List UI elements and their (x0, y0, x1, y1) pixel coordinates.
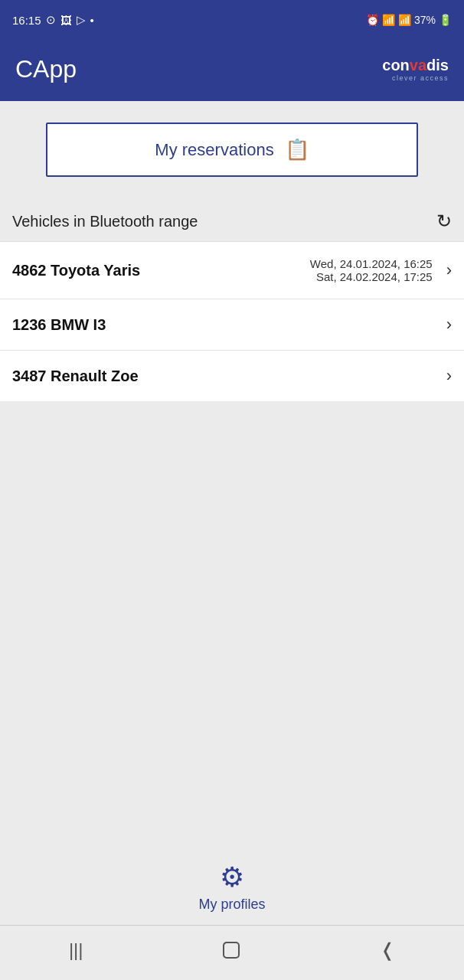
logo-va: va (410, 57, 426, 74)
app-bar: CApp convadis clever access (0, 40, 464, 101)
vehicle-dates: Wed, 24.01.2024, 16:25 Sat, 24.02.2024, … (310, 257, 433, 283)
chevron-right-icon: › (446, 260, 452, 280)
vehicle-item-left: 1236 BMW I3 (12, 316, 106, 334)
reservations-button[interactable]: My reservations 📋 (46, 122, 418, 177)
vehicle-date-to: Sat, 24.02.2024, 17:25 (316, 270, 433, 283)
reservations-label: My reservations (155, 140, 273, 160)
vehicle-item-right: Wed, 24.01.2024, 16:25 Sat, 24.02.2024, … (310, 257, 452, 283)
vehicle-item[interactable]: 1236 BMW I3 › (0, 299, 464, 351)
reservations-container: My reservations 📋 (0, 101, 464, 198)
image-icon: 🖼 (60, 14, 72, 27)
vehicles-header: Vehicles in Bluetooth range ↻ (0, 198, 464, 241)
logo-con: con (382, 57, 410, 74)
bottom-section: ⚙ My profiles ||| ❬ (0, 401, 464, 980)
chevron-right-icon: › (446, 366, 452, 386)
vehicle-item-left: 4862 Toyota Yaris (12, 262, 140, 279)
vehicle-item-right: › (446, 315, 452, 335)
sim-icon: ⊙ (46, 13, 56, 27)
my-profiles[interactable]: ⚙ My profiles (0, 849, 464, 925)
time-display: 16:15 (12, 14, 41, 27)
vehicle-name: 1236 BMW I3 (12, 316, 106, 334)
status-bar: 16:15 ⊙ 🖼 ▷ • ⏰ 📶 📶 37% 🔋 (0, 0, 464, 40)
logo-dis: dis (426, 57, 449, 74)
nav-bar: ||| ❬ (0, 925, 464, 980)
brand-logo: convadis clever access (382, 57, 449, 82)
profiles-label: My profiles (198, 897, 265, 913)
vehicle-date-from: Wed, 24.01.2024, 16:25 (310, 257, 433, 270)
home-icon[interactable] (221, 939, 242, 961)
vehicle-list: 4862 Toyota Yaris Wed, 24.01.2024, 16:25… (0, 241, 464, 401)
play-icon: ▷ (77, 13, 86, 27)
vehicle-item[interactable]: 4862 Toyota Yaris Wed, 24.01.2024, 16:25… (0, 242, 464, 299)
vehicle-item-right: › (446, 366, 452, 386)
alarm-icon: ⏰ (366, 14, 379, 26)
vehicle-name: 3487 Renault Zoe (12, 368, 139, 385)
gear-icon: ⚙ (220, 861, 244, 893)
main-content: My reservations 📋 Vehicles in Bluetooth … (0, 101, 464, 980)
battery-icon: 🔋 (439, 14, 452, 26)
chevron-right-icon: › (446, 315, 452, 335)
brand-name: convadis (382, 57, 449, 74)
back-icon[interactable]: ❬ (380, 939, 395, 961)
battery-percent: 37% (414, 14, 436, 26)
refresh-icon[interactable]: ↻ (436, 211, 452, 232)
signal-icon: 📶 (398, 14, 411, 26)
clipboard-icon: 📋 (285, 138, 309, 162)
dot-icon: • (90, 14, 94, 27)
recent-apps-icon[interactable]: ||| (69, 939, 83, 961)
vehicle-name: 4862 Toyota Yaris (12, 262, 140, 279)
status-right: ⏰ 📶 📶 37% 🔋 (366, 14, 452, 26)
vehicle-item-left: 3487 Renault Zoe (12, 368, 139, 385)
brand-tagline: clever access (382, 74, 449, 82)
vehicle-item[interactable]: 3487 Renault Zoe › (0, 351, 464, 401)
app-title: CApp (15, 55, 77, 83)
svg-rect-0 (224, 942, 239, 958)
vehicles-title: Vehicles in Bluetooth range (12, 213, 198, 230)
status-left: 16:15 ⊙ 🖼 ▷ • (12, 13, 94, 27)
wifi-icon: 📶 (382, 14, 395, 26)
